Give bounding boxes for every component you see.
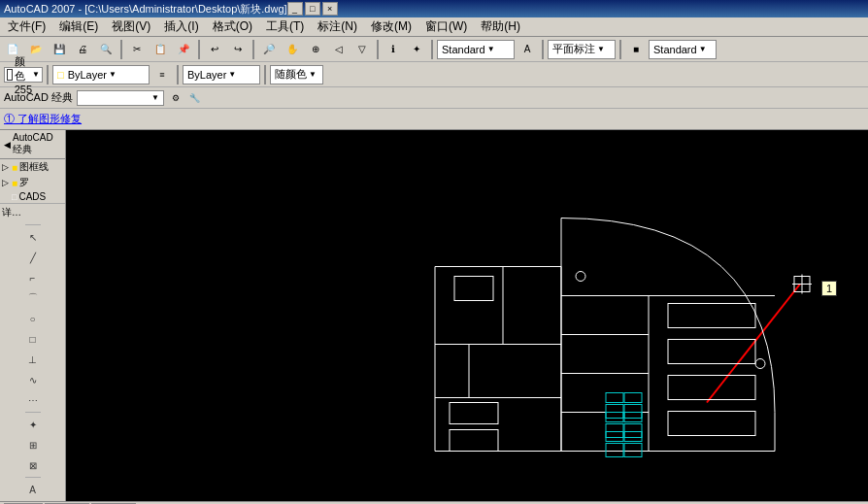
redo-button[interactable]: ↪ (227, 39, 249, 60)
tool-strip: ↖ ╱ ⌐ ⌒ ○ □ ⊥ ∿ ⋯ ✦ ⊞ ⊠ A (0, 221, 65, 501)
save-button[interactable]: 💾 (49, 39, 70, 60)
workspace-dropdown[interactable]: ▼ (77, 90, 164, 106)
toolbar-row-2: 颜色 255 ▼ □ ByLayer ▼ ≡ ByLayer ▼ 随颜色 ▼ (0, 62, 868, 87)
menu-modify[interactable]: 修改(M) (365, 17, 417, 37)
zoom-realtime-button[interactable]: 🔎 (258, 39, 280, 60)
canvas-area[interactable]: 1 (66, 130, 868, 501)
linetype-dropdown[interactable]: ByLayer ▼ (183, 65, 260, 84)
separator-layer (177, 65, 179, 84)
tool-perp[interactable]: ⊥ (23, 350, 43, 369)
layer-icon: □ (57, 69, 64, 81)
vtool-sep-bot (25, 477, 41, 478)
separator-color (47, 65, 49, 84)
svg-rect-31 (668, 376, 755, 400)
crosshair (792, 275, 812, 294)
annotation-dropdown-arrow: ▼ (597, 45, 605, 53)
color-selector[interactable]: 颜色 255 ▼ (4, 67, 43, 83)
tool-edit2[interactable]: ⊞ (23, 435, 43, 454)
vtool-sep-mid (25, 412, 41, 413)
menu-window[interactable]: 窗口(W) (419, 17, 473, 37)
tbtn-std-icon[interactable]: ■ (625, 39, 647, 60)
vtool-sep-top (25, 224, 41, 225)
expand-icon-1: ▷ (2, 178, 12, 187)
tree-label-0: 图框线 (19, 160, 49, 174)
tool-arc[interactable]: ⌒ (23, 288, 43, 308)
cut-button[interactable]: ✂ (126, 39, 148, 60)
layer-properties-btn[interactable]: ≡ (151, 64, 173, 85)
tool-circle[interactable]: ○ (23, 309, 43, 328)
svg-point-16 (755, 359, 765, 369)
workspace-label: AutoCAD 经典 (4, 90, 73, 105)
paste-button[interactable]: 📌 (173, 39, 194, 60)
tool-line[interactable]: ╱ (23, 248, 43, 267)
left-panel-header: ◀ AutoCAD 经典 (0, 130, 65, 159)
menu-view[interactable]: 视图(V) (106, 17, 156, 37)
close-button[interactable]: × (322, 2, 338, 16)
tree-item-0[interactable]: ▷ ■ 图框线 (0, 159, 65, 175)
separator-4 (377, 40, 379, 59)
svg-rect-27 (624, 444, 642, 457)
zoom-window-button[interactable]: ⊕ (305, 39, 326, 60)
menu-file[interactable]: 文件(F) (2, 17, 51, 37)
tool-edit1[interactable]: ✦ (23, 415, 43, 434)
workspace-icon-2[interactable]: 🔧 (187, 90, 203, 106)
tool-arrow[interactable]: ↖ (23, 227, 43, 247)
breadcrumb-text[interactable]: ① 了解图形修复 (4, 112, 82, 126)
svg-rect-28 (624, 432, 642, 442)
separator-5 (431, 40, 433, 59)
copy-button[interactable]: 📋 (150, 39, 171, 60)
pan-button[interactable]: ✋ (282, 39, 303, 60)
menu-help[interactable]: 帮助(H) (475, 17, 526, 37)
tool-wave[interactable]: ∿ (23, 370, 43, 389)
menu-format[interactable]: 格式(O) (207, 17, 258, 37)
svg-rect-33 (450, 403, 498, 424)
menu-bar: 文件(F) 编辑(E) 视图(V) 插入(I) 格式(O) 工具(T) 标注(N… (0, 17, 868, 37)
tree-item-2[interactable]: □ CADS (0, 190, 65, 203)
lineweight-dropdown[interactable]: 随颜色 ▼ (270, 65, 323, 84)
menu-tools[interactable]: 工具(T) (260, 17, 310, 37)
menu-edit[interactable]: 编辑(E) (53, 17, 104, 37)
tree-item-1[interactable]: ▷ ■ 罗 (0, 175, 65, 190)
style-dropdown[interactable]: Standard ▼ (437, 40, 515, 59)
minimize-button[interactable]: _ (287, 2, 303, 16)
main-content: ◀ AutoCAD 经典 ▷ ■ 图框线 ▷ ■ 罗 □ CADS 详… (0, 130, 868, 501)
lineweight-dropdown-arrow: ▼ (309, 70, 317, 79)
separator-1 (120, 40, 122, 59)
svg-rect-23 (624, 424, 642, 438)
zoom-dropdown-button[interactable]: ▽ (351, 39, 373, 60)
svg-rect-14 (454, 277, 493, 301)
svg-rect-25 (606, 444, 623, 457)
style-dropdown-2[interactable]: Standard ▼ (649, 40, 717, 59)
match-properties-button[interactable]: ✦ (406, 39, 427, 60)
properties-button[interactable]: ℹ (383, 39, 404, 60)
maximize-button[interactable]: □ (305, 2, 320, 16)
print-button[interactable]: 🖨 (72, 39, 93, 60)
collapse-btn[interactable]: ◀ (4, 140, 11, 150)
tool-text[interactable]: A (23, 480, 43, 499)
title-bar-text: AutoCAD 2007 - [C:\Users\Administrator\D… (4, 2, 287, 17)
menu-dimension[interactable]: 标注(N) (312, 17, 363, 37)
workspace-dropdown-arrow: ▼ (151, 93, 159, 102)
separator-lt (264, 65, 266, 84)
svg-rect-34 (450, 430, 498, 452)
separator-7 (619, 40, 621, 59)
folder-icon-0: ■ (12, 162, 17, 173)
layer-dropdown[interactable]: □ ByLayer ▼ (52, 65, 150, 84)
tool-polyline[interactable]: ⌐ (23, 268, 43, 287)
file-icon-2: □ (12, 192, 17, 202)
separator-2 (198, 40, 200, 59)
print-preview-button[interactable]: 🔍 (95, 39, 117, 60)
tree-label-2: CADS (18, 191, 46, 202)
tool-rect[interactable]: □ (23, 329, 43, 349)
zoom-prev-button[interactable]: ◁ (328, 39, 350, 60)
workspace-icon-1[interactable]: ⚙ (168, 90, 184, 106)
svg-point-15 (576, 272, 585, 282)
annotation-dropdown[interactable]: 平面标注 ▼ (548, 40, 616, 59)
svg-rect-22 (606, 413, 623, 422)
tool-edit3[interactable]: ⊠ (23, 455, 43, 475)
color-dropdown-arrow: ▼ (32, 70, 40, 79)
tool-dots[interactable]: ⋯ (23, 390, 43, 410)
menu-insert[interactable]: 插入(I) (158, 17, 204, 37)
tbtn-a[interactable]: A (517, 39, 538, 60)
undo-button[interactable]: ↩ (204, 39, 225, 60)
